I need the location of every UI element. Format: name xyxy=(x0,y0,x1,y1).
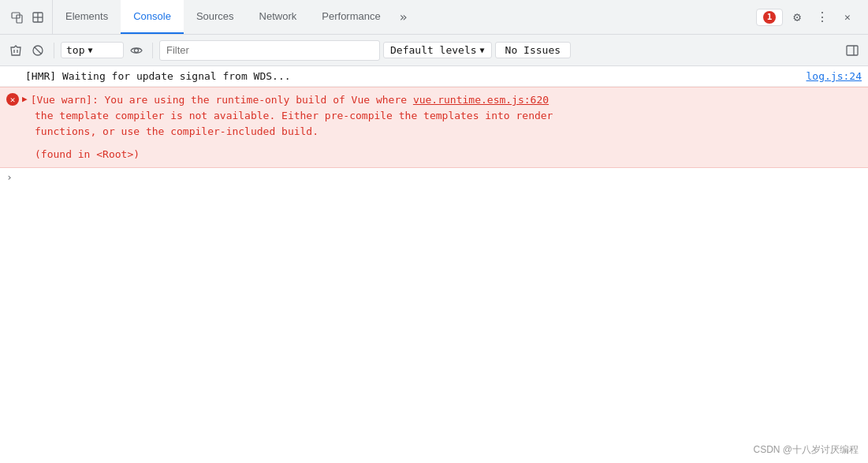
toolbar-divider-2 xyxy=(152,43,153,58)
tab-performance[interactable]: Performance xyxy=(309,0,393,34)
console-output: [HMR] Waiting for update signal from WDS… xyxy=(0,66,868,463)
expand-error-icon[interactable]: ▶ xyxy=(22,94,28,104)
console-toolbar: top ▼ Default levels ▼ No Issues xyxy=(0,35,868,66)
sidebar-toggle-icon[interactable] xyxy=(843,41,862,60)
prompt-arrow-icon: › xyxy=(6,171,13,183)
error-badge[interactable]: 1 xyxy=(756,9,783,26)
error-found-text: (found in <Root>) xyxy=(6,147,862,162)
no-issues-button[interactable]: No Issues xyxy=(495,42,571,58)
filter-input[interactable] xyxy=(159,40,380,61)
error-keyword-where: where xyxy=(376,94,407,106)
context-selector[interactable]: top ▼ xyxy=(61,42,124,58)
vue-error-block: ✕ ▶ [Vue warn]: You are using the runtim… xyxy=(0,87,868,168)
error-icon: ✕ xyxy=(6,93,19,106)
tab-console[interactable]: Console xyxy=(121,0,184,34)
more-options-icon[interactable]: ⋮ xyxy=(811,6,833,28)
default-levels-button[interactable]: Default levels ▼ xyxy=(383,42,492,58)
toolbar-divider-1 xyxy=(54,43,54,58)
more-tabs-button[interactable]: » xyxy=(393,0,414,34)
error-detail-text: the template compiler is not available. … xyxy=(6,108,862,141)
watermark: CSDN @十八岁讨厌编程 xyxy=(753,443,859,457)
stop-logging-icon[interactable] xyxy=(28,41,47,60)
svg-point-10 xyxy=(135,48,139,52)
device-toolbar-icon[interactable] xyxy=(9,9,25,25)
settings-icon[interactable]: ⚙ xyxy=(786,6,808,28)
console-prompt-line: › xyxy=(0,168,868,186)
error-count-icon: 1 xyxy=(763,11,776,24)
error-source-link[interactable]: vue.runtime.esm.js:620 xyxy=(413,94,549,106)
error-text-part1: [Vue warn]: You are using the runtime-on… xyxy=(31,94,376,106)
devtools-icons xyxy=(3,0,53,34)
tab-bar: Elements Console Sources Network Perform… xyxy=(0,0,868,35)
levels-dropdown-icon: ▼ xyxy=(480,46,485,54)
tab-elements[interactable]: Elements xyxy=(53,0,121,34)
hmr-source-link[interactable]: log.js:24 xyxy=(807,70,862,82)
hmr-message-text: [HMR] Waiting for update signal from WDS… xyxy=(25,70,291,82)
close-devtools-icon[interactable]: ✕ xyxy=(836,6,859,28)
svg-line-9 xyxy=(35,47,42,54)
dropdown-arrow-icon: ▼ xyxy=(88,46,92,54)
svg-marker-5 xyxy=(11,46,20,55)
tab-bar-actions: 1 ⚙ ⋮ ✕ xyxy=(756,6,865,28)
error-message-text: [Vue warn]: You are using the runtime-on… xyxy=(31,92,862,108)
eye-icon[interactable] xyxy=(127,41,146,60)
select-element-icon[interactable] xyxy=(30,9,46,25)
hmr-log-line: [HMR] Waiting for update signal from WDS… xyxy=(0,66,868,87)
tab-network[interactable]: Network xyxy=(247,0,310,34)
svg-rect-11 xyxy=(847,46,858,55)
error-header: ✕ ▶ [Vue warn]: You are using the runtim… xyxy=(6,92,862,108)
clear-console-icon[interactable] xyxy=(6,41,25,60)
tab-sources[interactable]: Sources xyxy=(184,0,247,34)
